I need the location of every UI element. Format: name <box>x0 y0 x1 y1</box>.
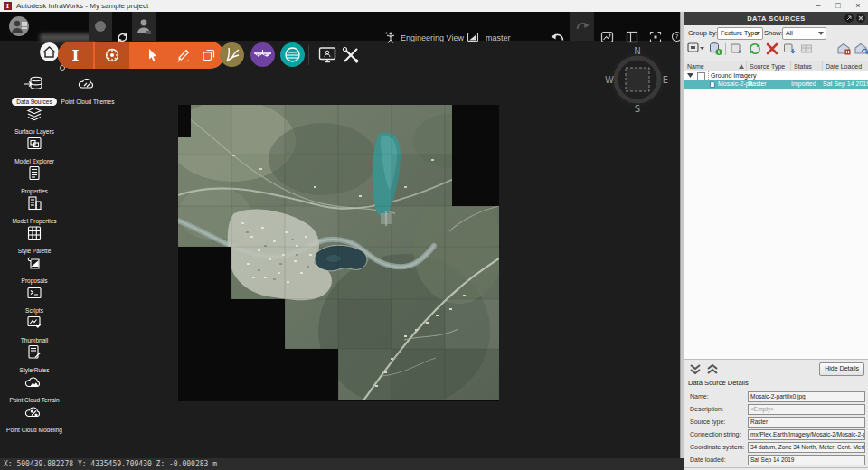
move-up-button[interactable] <box>706 363 719 375</box>
presentation-button[interactable] <box>317 45 337 65</box>
draw-tool-button[interactable] <box>175 47 192 63</box>
separator-dot <box>33 130 35 133</box>
point-cloud-modeling-icon <box>0 404 69 419</box>
detail-field-description: Description: <Empty> <box>684 404 868 414</box>
field-label: Coordinate system: <box>690 442 744 452</box>
point-cloud-themes-icon <box>53 76 122 91</box>
add-data-source-icon <box>708 42 722 56</box>
data-sources-panel: DATA SOURCES Group by: Feature Type Show… <box>684 12 868 470</box>
app-icon: I <box>4 2 12 10</box>
panel-float-button[interactable] <box>844 14 854 23</box>
status-indicator-box[interactable] <box>89 12 112 41</box>
cell-status: Imported <box>791 80 816 89</box>
select-tool-button[interactable] <box>145 47 161 63</box>
double-chevron-down-icon <box>689 363 702 375</box>
svg-text:?: ? <box>675 33 679 41</box>
remove-from-model-button[interactable] <box>836 42 851 56</box>
group-by-label: Group by: <box>688 29 718 37</box>
bridges-tool-button[interactable] <box>250 42 275 67</box>
book-panel-icon <box>626 31 638 43</box>
show-select[interactable]: All <box>782 27 826 40</box>
panel-close-button[interactable] <box>856 14 865 23</box>
group-by-select[interactable]: Feature Type <box>717 27 763 40</box>
redo-button[interactable] <box>570 12 594 41</box>
detail-field-coordinate-system: Coordinate system: 34 datum, Zone 34 Nor… <box>684 442 868 452</box>
compass-north-label: N <box>634 46 640 56</box>
copy-tool-button[interactable] <box>201 47 217 63</box>
float-panel-icon <box>844 14 854 23</box>
separator-dot <box>33 100 35 103</box>
infraworks-app: I Autodesk InfraWorks - My sample projec… <box>0 0 868 470</box>
minimize-button[interactable]: – <box>808 0 828 11</box>
drainage-tool-button[interactable] <box>280 42 305 67</box>
chevron-down-icon <box>755 32 760 35</box>
branch-label[interactable]: master <box>486 33 511 42</box>
crossed-tools-icon <box>341 45 361 65</box>
panels-button[interactable] <box>626 31 638 43</box>
undo-button[interactable] <box>550 31 565 44</box>
view-mode-label[interactable]: Engineering View <box>401 33 464 42</box>
redo-icon <box>570 12 594 41</box>
refresh-icon <box>748 42 762 56</box>
group-by-value: Feature Type <box>721 30 758 36</box>
sidebar-item-point-cloud-themes[interactable]: Point Cloud Themes <box>53 76 122 108</box>
details-toolbar: Hide Details <box>684 362 868 377</box>
details-bottom-border <box>684 467 868 468</box>
pencil-icon <box>175 47 192 63</box>
branch-button[interactable] <box>467 31 480 43</box>
proposals-icon <box>0 255 69 270</box>
home-button[interactable] <box>40 42 59 61</box>
date-loaded-field[interactable]: Sat Sep 14 2019 <box>748 455 865 465</box>
fullscreen-button[interactable] <box>649 31 662 43</box>
separator-dot <box>33 220 35 222</box>
compass-south-label: S <box>635 104 640 114</box>
configure-data-source-button[interactable] <box>730 42 744 56</box>
table-icon <box>799 42 814 56</box>
close-button[interactable]: × <box>848 0 868 11</box>
delete-x-icon <box>765 42 779 56</box>
maximize-button[interactable]: □ <box>828 0 848 11</box>
infraworks-logo-button[interactable]: I <box>58 42 93 69</box>
home-icon <box>40 42 59 61</box>
cell-source-type: Raster <box>748 80 767 89</box>
separator-dot <box>33 399 35 401</box>
name-field[interactable]: Mosaic-2-part0x0.jpg <box>748 391 865 402</box>
chevron-down-icon <box>818 32 824 35</box>
sidebar-item-point-cloud-modeling[interactable]: Point Cloud Modeling <box>0 404 69 436</box>
coordinate-system-field[interactable]: 34 datum, Zone 34 North, Meter; Cent. Me… <box>748 442 865 453</box>
ribbon-toolbar: I <box>58 42 224 69</box>
cursor-coordinates: X: 500439.882278 Y: 4335459.709430 Z: -0… <box>4 460 217 468</box>
description-field[interactable]: <Empty> <box>748 404 865 415</box>
group-row-ground-imagery[interactable]: Ground Imagery <box>684 70 868 80</box>
snapshot-button[interactable] <box>600 31 614 43</box>
import-data-source-button[interactable] <box>782 42 797 56</box>
bridge-icon <box>250 42 275 67</box>
properties-icon <box>0 165 69 181</box>
profile-button[interactable] <box>132 12 156 41</box>
move-down-button[interactable] <box>689 363 702 375</box>
configure-data-source-icon <box>730 42 744 56</box>
manage-tab-selected[interactable] <box>95 42 129 69</box>
view-mode-button[interactable] <box>384 31 397 43</box>
expander-triangle-icon[interactable] <box>687 73 693 78</box>
model-explorer-icon <box>0 136 69 151</box>
user-avatar[interactable] <box>9 16 29 36</box>
view-compass[interactable]: N W E S <box>604 43 671 114</box>
sidebar-item-label: Point Cloud Themes <box>61 99 115 105</box>
compass-east-label: E <box>663 75 668 85</box>
display-options-button[interactable] <box>687 42 702 56</box>
show-label: Show: <box>764 29 783 37</box>
table-row-mosaic[interactable]: Mosaic-2-pa Raster Imported Sat Sep 14 2… <box>684 80 868 89</box>
add-data-source-button[interactable] <box>708 42 722 56</box>
add-to-model-button[interactable] <box>854 42 868 56</box>
refresh-data-source-button[interactable] <box>748 42 762 56</box>
hide-details-button[interactable]: Hide Details <box>819 362 864 376</box>
connection-string-field[interactable]: mx/Plex.Earth/Imagery/Mosaic-2/Mosaic-2-… <box>748 429 865 440</box>
point-cloud-terrain-icon <box>0 374 69 390</box>
roads-tool-button[interactable] <box>220 42 244 67</box>
source-type-field[interactable]: Raster <box>748 417 865 428</box>
viewport-aerial-mosaic[interactable] <box>178 105 499 401</box>
person-icon <box>132 12 156 41</box>
settings-tools-button[interactable] <box>341 45 361 65</box>
remove-data-source-button[interactable] <box>765 42 779 56</box>
